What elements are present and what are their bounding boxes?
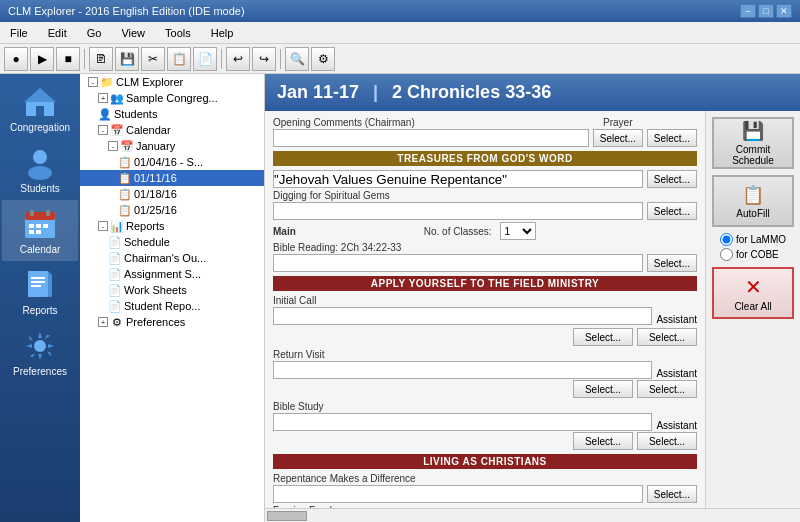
- expand-calendar[interactable]: -: [98, 125, 108, 135]
- week-icon-3: 📋: [118, 187, 132, 201]
- tree-chairmans-outline[interactable]: 📄 Chairman's Ou...: [80, 250, 264, 266]
- nav-calendar[interactable]: Calendar: [2, 200, 78, 261]
- talk-select-btn[interactable]: Select...: [647, 170, 697, 188]
- tree-student-reports[interactable]: 📄 Student Repo...: [80, 298, 264, 314]
- prayer-select-btn-top[interactable]: Select...: [593, 129, 643, 147]
- expand-preferences[interactable]: +: [98, 317, 108, 327]
- expand-reports[interactable]: -: [98, 221, 108, 231]
- toolbar-btn-5[interactable]: 💾: [115, 47, 139, 71]
- calendar-icon: [22, 206, 58, 242]
- nav-preferences[interactable]: Preferences: [2, 322, 78, 383]
- radio-cobe-input[interactable]: [720, 248, 733, 261]
- toolbar-btn-12[interactable]: ⚙: [311, 47, 335, 71]
- maximize-button[interactable]: □: [758, 4, 774, 18]
- toolbar-btn-9[interactable]: ↩: [226, 47, 250, 71]
- toolbar-btn-4[interactable]: 🖹: [89, 47, 113, 71]
- tree-preferences[interactable]: + ⚙ Preferences: [80, 314, 264, 330]
- commit-schedule-button[interactable]: 💾 Commit Schedule: [712, 117, 794, 169]
- menu-go[interactable]: Go: [81, 25, 108, 41]
- svg-rect-10: [36, 224, 41, 228]
- nav-students[interactable]: Students: [2, 139, 78, 200]
- menu-tools[interactable]: Tools: [159, 25, 197, 41]
- radio-lammo-input[interactable]: [720, 233, 733, 246]
- return-visit-assistant-select-btn[interactable]: Select...: [637, 380, 697, 398]
- repentance-input[interactable]: [273, 485, 643, 503]
- tree-clm-explorer[interactable]: - 📁 CLM Explorer: [80, 74, 264, 90]
- horizontal-scrollbar[interactable]: [265, 508, 800, 522]
- scrollbar-thumb[interactable]: [267, 511, 307, 521]
- toolbar-btn-3[interactable]: ■: [56, 47, 80, 71]
- menu-file[interactable]: File: [4, 25, 34, 41]
- tree-week-jan11-label: 01/11/16: [134, 172, 177, 184]
- tree-work-sheets[interactable]: 📄 Work Sheets: [80, 282, 264, 298]
- tree-reports[interactable]: - 📊 Reports: [80, 218, 264, 234]
- tree-week-jan25[interactable]: 📋 01/25/16: [80, 202, 264, 218]
- svg-rect-19: [31, 285, 41, 287]
- repentance-select-btn[interactable]: Select...: [647, 485, 697, 503]
- digging-input[interactable]: [273, 202, 643, 220]
- tree-week-jan18[interactable]: 📋 01/18/16: [80, 186, 264, 202]
- radio-cobe[interactable]: for COBE: [720, 248, 786, 261]
- tree-student-reports-label: Student Repo...: [124, 300, 200, 312]
- tree-week-jan4[interactable]: 📋 01/04/16 - S...: [80, 154, 264, 170]
- return-visit-input[interactable]: [273, 361, 652, 379]
- initial-call-input[interactable]: [273, 307, 652, 325]
- tree-january[interactable]: - 📅 January: [80, 138, 264, 154]
- clear-all-button[interactable]: ✕ Clear All: [712, 267, 794, 319]
- minimize-button[interactable]: –: [740, 4, 756, 18]
- toolbar-btn-8[interactable]: 📄: [193, 47, 217, 71]
- initial-call-assistant-select-btn[interactable]: Select...: [637, 328, 697, 346]
- digging-select-btn[interactable]: Select...: [647, 202, 697, 220]
- toolbar-btn-11[interactable]: 🔍: [285, 47, 309, 71]
- close-button[interactable]: ✕: [776, 4, 792, 18]
- initial-call-select-btn[interactable]: Select...: [573, 328, 633, 346]
- radio-lammo[interactable]: for LaMMO: [720, 233, 786, 246]
- tree-students[interactable]: 👤 Students: [80, 106, 264, 122]
- radio-cobe-label: for COBE: [736, 249, 779, 260]
- return-visit-select-btn[interactable]: Select...: [573, 380, 633, 398]
- tree-congregation[interactable]: + 👥 Sample Congreg...: [80, 90, 264, 106]
- opening-comments-input[interactable]: [273, 129, 589, 147]
- tree-students-label: Students: [114, 108, 157, 120]
- toolbar-sep-2: [221, 49, 222, 69]
- toolbar-btn-10[interactable]: ↪: [252, 47, 276, 71]
- no-classes-select[interactable]: 1 2: [500, 222, 536, 240]
- toolbar: ● ▶ ■ 🖹 💾 ✂ 📋 📄 ↩ ↪ 🔍 ⚙: [0, 44, 800, 74]
- toolbar-btn-1[interactable]: ●: [4, 47, 28, 71]
- content-area: Jan 11-17 | 2 Chronicles 33-36 Opening C…: [265, 74, 800, 522]
- bible-study-input[interactable]: [273, 413, 652, 431]
- svg-rect-17: [31, 277, 45, 279]
- nav-reports[interactable]: Reports: [2, 261, 78, 322]
- initial-call-label: Initial Call: [273, 295, 652, 306]
- bible-reading-select-btn[interactable]: Select...: [647, 254, 697, 272]
- toolbar-btn-7[interactable]: 📋: [167, 47, 191, 71]
- expand-january[interactable]: -: [108, 141, 118, 151]
- tree-schedule[interactable]: 📄 Schedule: [80, 234, 264, 250]
- toolbar-btn-6[interactable]: ✂: [141, 47, 165, 71]
- svg-rect-14: [28, 271, 48, 297]
- tree-calendar[interactable]: - 📅 Calendar: [80, 122, 264, 138]
- bible-study-select-btn[interactable]: Select...: [573, 432, 633, 450]
- bible-study-assistant-select-btn[interactable]: Select...: [637, 432, 697, 450]
- tree-calendar-label: Calendar: [126, 124, 171, 136]
- chairmans-icon: 📄: [108, 251, 122, 265]
- menu-help[interactable]: Help: [205, 25, 240, 41]
- tree-week-jan4-label: 01/04/16 - S...: [134, 156, 203, 168]
- opening-select-btn[interactable]: Select...: [647, 129, 697, 147]
- talk-input[interactable]: [273, 170, 643, 188]
- tree-assignment-s[interactable]: 📄 Assignment S...: [80, 266, 264, 282]
- tree-week-jan11[interactable]: 📋 01/11/16: [80, 170, 264, 186]
- expand-clm[interactable]: -: [88, 77, 98, 87]
- nav-congregation[interactable]: Congregation: [2, 78, 78, 139]
- digging-row: Select...: [273, 202, 697, 220]
- bible-reading-input[interactable]: [273, 254, 643, 272]
- menu-edit[interactable]: Edit: [42, 25, 73, 41]
- autofill-button[interactable]: 📋 AutoFill: [712, 175, 794, 227]
- svg-rect-2: [36, 106, 44, 116]
- assignment-icon: 📄: [108, 267, 122, 281]
- svg-rect-12: [29, 230, 34, 234]
- prayer-label-top: Prayer: [603, 117, 632, 128]
- toolbar-btn-2[interactable]: ▶: [30, 47, 54, 71]
- expand-congregation[interactable]: +: [98, 93, 108, 103]
- menu-view[interactable]: View: [115, 25, 151, 41]
